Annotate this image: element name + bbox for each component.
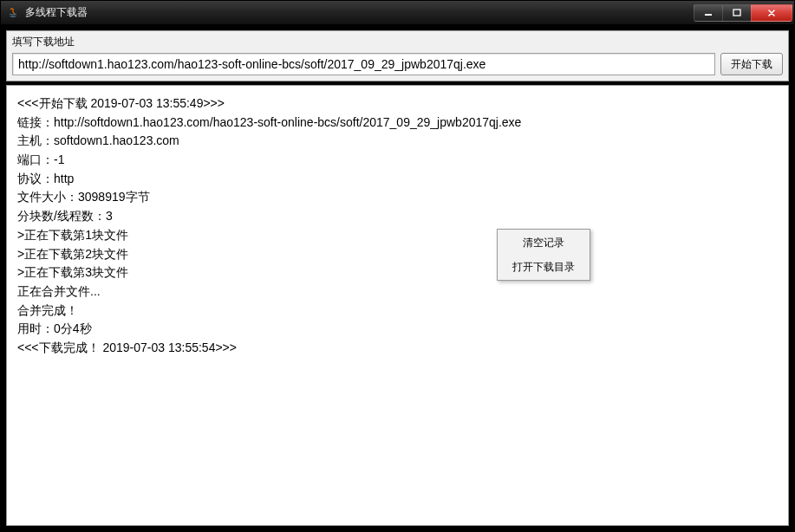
context-menu: 清空记录 打开下载目录 [497,229,590,281]
menu-open-dir[interactable]: 打开下载目录 [499,255,589,279]
close-button[interactable] [751,4,792,22]
client-area: 填写下载地址 开始下载 <<<开始下载 2019-07-03 13:55:49>… [1,25,794,531]
url-panel: 填写下载地址 开始下载 [6,30,789,81]
start-download-button[interactable]: 开始下载 [720,53,783,75]
menu-clear-log[interactable]: 清空记录 [499,230,589,255]
url-panel-label: 填写下载地址 [12,35,783,49]
window-title: 多线程下载器 [25,5,694,20]
maximize-button[interactable] [722,4,752,22]
url-row: 开始下载 [12,53,783,75]
url-input[interactable] [12,53,715,75]
app-window: 多线程下载器 填写下载地址 开始下载 <<<开始下载 2019-07-03 13… [0,0,795,532]
svg-rect-0 [705,14,712,16]
svg-rect-1 [733,10,740,16]
java-icon [6,6,20,20]
minimize-button[interactable] [694,4,723,22]
log-textarea[interactable]: <<<开始下载 2019-07-03 13:55:49>>> 链接：http:/… [6,85,789,526]
title-bar[interactable]: 多线程下载器 [1,1,794,25]
window-controls [694,4,792,22]
